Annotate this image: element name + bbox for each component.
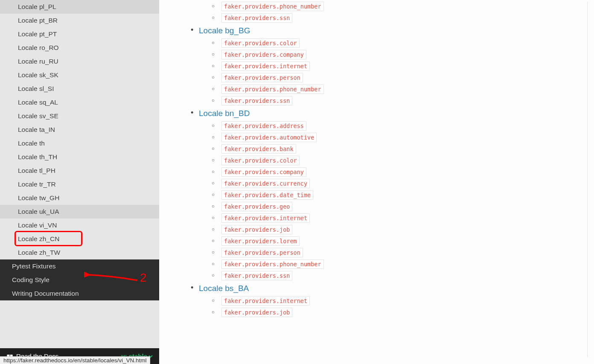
toc-locale-item: Locale bn_BDfaker.providers.addressfaker… xyxy=(189,108,587,280)
provider-link[interactable]: faker.providers.geo xyxy=(221,202,292,211)
sidebar-item-locale[interactable]: Locale uk_UA xyxy=(0,205,159,218)
toc-provider-item: faker.providers.geo xyxy=(212,202,587,211)
provider-link[interactable]: faker.providers.internet xyxy=(221,213,310,223)
sidebar-item-locale[interactable]: Locale sq_AL xyxy=(0,96,159,109)
app-container: Locale pl_PLLocale pt_BRLocale pt_PTLoca… xyxy=(0,0,594,364)
sidebar-item-locale[interactable]: Locale sv_SE xyxy=(0,109,159,123)
sidebar-item-locale[interactable]: Locale ro_RO xyxy=(0,41,159,55)
provider-link[interactable]: faker.providers.address xyxy=(221,121,306,131)
provider-link[interactable]: faker.providers.job xyxy=(221,225,292,234)
provider-link[interactable]: faker.providers.phone_number xyxy=(221,2,324,11)
sidebar-item-label: Locale sl_SI xyxy=(18,85,54,92)
toc-provider-item: faker.providers.ssn xyxy=(212,96,587,105)
sidebar-dark-section: Pytest FixturesCoding StyleWriting Docum… xyxy=(0,259,159,300)
toc-provider-item: faker.providers.lorem xyxy=(212,236,587,246)
sidebar-item-label: Locale sv_SE xyxy=(18,112,58,119)
toc-provider-item: faker.providers.company xyxy=(212,50,587,59)
provider-link[interactable]: faker.providers.ssn xyxy=(221,13,292,23)
provider-link[interactable]: faker.providers.color xyxy=(221,38,300,48)
toc-locale-link[interactable]: Locale bn_BD xyxy=(199,108,587,119)
toc-provider-item: faker.providers.date_time xyxy=(212,190,587,200)
toc-locale-link[interactable]: Locale bg_BG xyxy=(199,25,587,37)
provider-link[interactable]: faker.providers.phone_number xyxy=(221,259,324,269)
toc-provider-item: faker.providers.person xyxy=(212,248,587,257)
provider-link[interactable]: faker.providers.lorem xyxy=(221,236,300,246)
sidebar-item-locale[interactable]: Locale tw_GH xyxy=(0,191,159,205)
provider-link[interactable]: faker.providers.ssn xyxy=(221,271,292,280)
provider-link[interactable]: faker.providers.color xyxy=(221,156,300,165)
toc-provider-list: faker.providers.internetfaker.providers.… xyxy=(199,296,587,317)
toc-provider-item: faker.providers.internet xyxy=(212,213,587,223)
sidebar-item-label: Locale pl_PL xyxy=(18,3,56,10)
sidebar-item-locale[interactable]: Locale sl_SI xyxy=(0,82,159,96)
sidebar-item-locale[interactable]: Locale th xyxy=(0,137,159,150)
provider-link[interactable]: faker.providers.person xyxy=(221,248,303,257)
sidebar-item-label: Locale tw_GH xyxy=(18,194,59,201)
sidebar-item-label: Locale pt_BR xyxy=(18,17,58,24)
toc-provider-item: faker.providers.job xyxy=(212,225,587,234)
toc-provider-list: faker.providers.phone_numberfaker.provid… xyxy=(189,2,587,23)
provider-link[interactable]: faker.providers.company xyxy=(221,50,306,59)
status-bar-url: https://faker.readthedocs.io/en/stable/l… xyxy=(0,356,150,364)
toc-provider-item: faker.providers.company xyxy=(212,167,587,177)
toc-root: faker.providers.phone_numberfaker.provid… xyxy=(189,2,587,317)
sidebar-scroll[interactable]: Locale pl_PLLocale pt_BRLocale pt_PTLoca… xyxy=(0,0,159,348)
sidebar-item-locale[interactable]: Locale pl_PL xyxy=(0,0,159,14)
provider-link[interactable]: faker.providers.phone_number xyxy=(221,84,324,94)
sidebar-item-label: Locale pt_PT xyxy=(18,30,57,38)
provider-link[interactable]: faker.providers.automotive xyxy=(221,133,317,142)
toc-provider-item: faker.providers.bank xyxy=(212,144,587,154)
sidebar-item-locale[interactable]: Locale tl_PH xyxy=(0,164,159,178)
toc-provider-item: faker.providers.color xyxy=(212,156,587,165)
sidebar-item-section[interactable]: Pytest Fixtures xyxy=(0,259,159,273)
sidebar-item-label: Locale tr_TR xyxy=(18,181,56,188)
toc-provider-item: faker.providers.color xyxy=(212,38,587,48)
provider-link[interactable]: faker.providers.ssn xyxy=(221,96,292,105)
sidebar-item-locale[interactable]: Locale zh_CN xyxy=(0,232,159,246)
sidebar-item-label: Locale uk_UA xyxy=(18,208,59,215)
sidebar-item-locale[interactable]: Locale sk_SK xyxy=(0,68,159,82)
sidebar-item-section[interactable]: Writing Documentation xyxy=(0,287,159,300)
sidebar-item-locale[interactable]: Locale tr_TR xyxy=(0,178,159,191)
toc-provider-item: faker.providers.ssn xyxy=(212,13,587,23)
sidebar-item-label: Locale ro_RO xyxy=(18,44,59,51)
sidebar-item-locale[interactable]: Locale ta_IN xyxy=(0,123,159,137)
sidebar-item-label: Locale vi_VN xyxy=(18,221,57,229)
provider-link[interactable]: faker.providers.internet xyxy=(221,61,310,71)
sidebar-item-locale[interactable]: Locale zh_TW xyxy=(0,246,159,259)
sidebar-item-label: Locale tl_PH xyxy=(18,167,55,174)
sidebar-item-label: Locale zh_TW xyxy=(18,249,60,256)
toc-provider-list: faker.providers.colorfaker.providers.com… xyxy=(199,38,587,105)
toc-provider-item: faker.providers.phone_number xyxy=(212,2,587,11)
sidebar-item-locale[interactable]: Locale vi_VN xyxy=(0,218,159,232)
sidebar-item-section[interactable]: Coding Style xyxy=(0,273,159,287)
provider-link[interactable]: faker.providers.bank xyxy=(221,144,296,154)
toc-provider-item: faker.providers.internet xyxy=(212,61,587,71)
sidebar: Locale pl_PLLocale pt_BRLocale pt_PTLoca… xyxy=(0,0,159,364)
toc-provider-item: faker.providers.job xyxy=(212,308,587,317)
toc-provider-item: faker.providers.phone_number xyxy=(212,84,587,94)
toc-provider-item: faker.providers.currency xyxy=(212,179,587,188)
main-content-area[interactable]: faker.providers.phone_numberfaker.provid… xyxy=(159,0,594,364)
provider-link[interactable]: faker.providers.person xyxy=(221,73,303,82)
toc-provider-list: faker.providers.addressfaker.providers.a… xyxy=(199,121,587,280)
provider-link[interactable]: faker.providers.job xyxy=(221,308,292,317)
toc-locale-link[interactable]: Locale bs_BA xyxy=(199,282,587,294)
sidebar-item-locale[interactable]: Locale pt_PT xyxy=(0,27,159,41)
provider-link[interactable]: faker.providers.internet xyxy=(221,296,310,306)
sidebar-item-locale[interactable]: Locale pt_BR xyxy=(0,14,159,27)
toc-provider-item: faker.providers.automotive xyxy=(212,133,587,142)
sidebar-item-label: Locale ru_RU xyxy=(18,58,58,65)
sidebar-item-label: Locale sk_SK xyxy=(18,71,58,79)
sidebar-item-label: Locale sq_AL xyxy=(18,99,58,106)
sidebar-item-label: Locale ta_IN xyxy=(18,126,55,133)
toc-provider-item: faker.providers.ssn xyxy=(212,271,587,280)
toc-provider-item: faker.providers.phone_number xyxy=(212,259,587,269)
toc-provider-item: faker.providers.internet xyxy=(212,296,587,306)
sidebar-item-locale[interactable]: Locale ru_RU xyxy=(0,55,159,68)
toc-provider-item: faker.providers.address xyxy=(212,121,587,131)
provider-link[interactable]: faker.providers.date_time xyxy=(221,190,313,200)
sidebar-item-locale[interactable]: Locale th_TH xyxy=(0,150,159,164)
provider-link[interactable]: faker.providers.company xyxy=(221,167,306,177)
provider-link[interactable]: faker.providers.currency xyxy=(221,179,310,188)
